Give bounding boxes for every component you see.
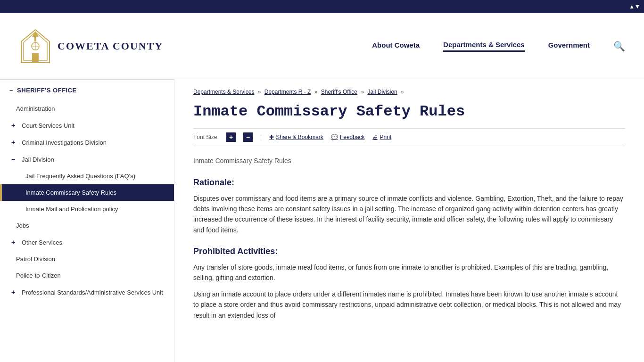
sidebar-item-court-services[interactable]: + Court Services Unit [0,117,174,134]
nav-departments[interactable]: Departments & Services [443,41,525,52]
prohibited-body1: Any transfer of store goods, inmate meal… [193,262,625,283]
breadcrumb-departments[interactable]: Departments & Services [193,89,254,95]
sidebar-item-jail-division[interactable]: − Jail Division [0,151,174,168]
breadcrumb-sep-2: » [314,89,319,95]
sidebar-label: Patrol Division [16,255,55,263]
svg-rect-4 [34,37,36,41]
print-link[interactable]: 🖨 Print [372,134,392,140]
font-increase-button[interactable]: + [226,132,236,142]
sidebar-item-police-to-citizen[interactable]: Police-to-Citizen [0,267,174,284]
page-layout: − Sheriff's Office Administration + Cour… [0,79,644,362]
scroll-arrows[interactable]: ▲▼ [629,3,640,10]
logo-text[interactable]: Coweta County [58,40,163,52]
sidebar-item-other-services[interactable]: + Other Services [0,234,174,251]
logo-area: Coweta County [19,27,163,65]
share-bookmark-link[interactable]: ✚ Share & Bookmark [269,134,323,140]
sidebar-label: Jobs [16,222,29,229]
sidebar-item-patrol-division[interactable]: Patrol Division [0,251,174,267]
page-title: Inmate Commissary Safety Rules [193,103,625,121]
print-icon: 🖨 [372,134,378,140]
font-decrease-button[interactable]: − [243,132,253,142]
sidebar-label: Jail Frequently Asked Questions (FAQ's) [25,173,135,180]
sidebar-label: Court Services Unit [22,122,74,129]
rationale-body: Disputes over commissary and food items … [193,193,625,236]
breadcrumb-sep-3: » [361,89,365,95]
toggle-icon[interactable]: + [11,139,17,146]
sidebar-label: Inmate Commissary Safety Rules [25,189,116,196]
prohibited-body2: Using an inmate account to place orders … [193,289,625,321]
logo-icon [19,27,52,65]
share-icon: ✚ [269,134,274,140]
breadcrumb-jail[interactable]: Jail Division [367,89,397,95]
sidebar-title-text: Sheriff's Office [17,87,77,94]
main-nav: About Coweta Departments & Services Gove… [372,41,625,52]
sidebar-item-jobs[interactable]: Jobs [0,217,174,234]
sidebar-label: Professional Standards/Administrative Se… [22,289,163,296]
sidebar-label: Administration [16,105,55,112]
sidebar-item-criminal-investigations[interactable]: + Criminal Investigations Division [0,134,174,151]
toggle-icon[interactable]: + [11,239,17,246]
sidebar-item-inmate-commissary[interactable]: Inmate Commissary Safety Rules [0,184,174,201]
feedback-icon: 💬 [331,134,338,140]
prohibited-heading: Prohibited Activities: [193,245,625,258]
content-body: Inmate Commissary Safety Rules Rationale… [193,156,625,321]
sidebar: − Sheriff's Office Administration + Cour… [0,79,174,362]
svg-rect-2 [32,53,39,62]
toggle-icon[interactable]: + [11,288,17,296]
main-content: Departments & Services » Departments R -… [174,79,644,362]
rationale-heading: Rationale: [193,176,625,189]
breadcrumb-depts-rz[interactable]: Departments R - Z [264,89,311,95]
breadcrumb: Departments & Services » Departments R -… [193,89,625,95]
sidebar-section-title: − Sheriff's Office [0,79,174,100]
sidebar-item-professional-standards[interactable]: + Professional Standards/Administrative … [0,284,174,301]
sidebar-label: Criminal Investigations Division [22,139,107,146]
feedback-link[interactable]: 💬 Feedback [331,134,365,140]
header: Coweta County About Coweta Departments &… [0,13,644,79]
font-size-label: Font Size: [193,134,219,140]
sidebar-item-administration[interactable]: Administration [0,100,174,117]
sidebar-item-inmate-mail[interactable]: Inmate Mail and Publication policy [0,201,174,217]
sidebar-label: Police-to-Citizen [16,272,61,279]
search-icon[interactable]: 🔍 [613,41,625,52]
breadcrumb-sheriffs[interactable]: Sheriff's Office [321,89,357,95]
sidebar-item-jail-faq[interactable]: Jail Frequently Asked Questions (FAQ's) [0,168,174,184]
breadcrumb-sep-4: » [401,89,404,95]
nav-government[interactable]: Government [548,41,590,51]
breadcrumb-sep-1: » [258,89,263,95]
toggle-icon[interactable]: + [11,122,17,129]
top-bar: ▲▼ [0,0,644,13]
content-subtitle: Inmate Commissary Safety Rules [193,156,625,166]
content-toolbar: Font Size: + − | ✚ Share & Bookmark 💬 Fe… [193,128,625,146]
sidebar-label: Jail Division [22,156,54,163]
sidebar-collapse-icon[interactable]: − [9,87,13,94]
sidebar-label: Inmate Mail and Publication policy [25,206,118,213]
sidebar-label: Other Services [22,239,62,246]
toggle-icon[interactable]: − [11,156,17,163]
nav-about[interactable]: About Coweta [372,41,420,51]
